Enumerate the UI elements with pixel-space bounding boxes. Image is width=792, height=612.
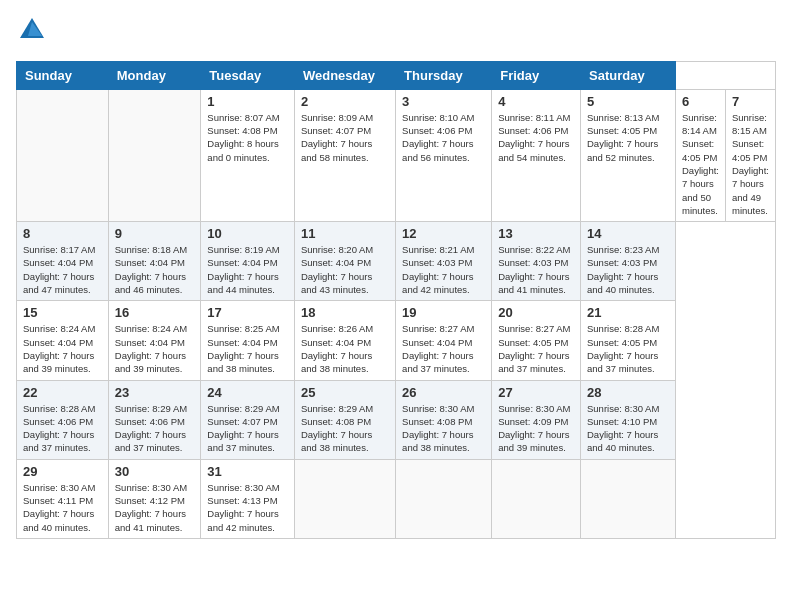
calendar-body: 1 Sunrise: 8:07 AM Sunset: 4:08 PM Dayli… [17,89,776,538]
calendar-cell: 6 Sunrise: 8:14 AM Sunset: 4:05 PM Dayli… [676,89,726,221]
day-info: Sunrise: 8:10 AM Sunset: 4:06 PM Dayligh… [402,111,485,164]
calendar-cell [17,89,109,221]
calendar-cell [396,459,492,538]
day-header-tuesday: Tuesday [201,61,295,89]
day-info: Sunrise: 8:30 AM Sunset: 4:13 PM Dayligh… [207,481,288,534]
day-info: Sunrise: 8:30 AM Sunset: 4:10 PM Dayligh… [587,402,669,455]
calendar-table: SundayMondayTuesdayWednesdayThursdayFrid… [16,61,776,539]
calendar-cell: 26 Sunrise: 8:30 AM Sunset: 4:08 PM Dayl… [396,380,492,459]
day-info: Sunrise: 8:30 AM Sunset: 4:11 PM Dayligh… [23,481,102,534]
day-info: Sunrise: 8:19 AM Sunset: 4:04 PM Dayligh… [207,243,288,296]
calendar-week-4: 22 Sunrise: 8:28 AM Sunset: 4:06 PM Dayl… [17,380,776,459]
calendar-cell: 20 Sunrise: 8:27 AM Sunset: 4:05 PM Dayl… [492,301,581,380]
day-number: 9 [115,226,195,241]
day-number: 4 [498,94,574,109]
calendar-cell: 2 Sunrise: 8:09 AM Sunset: 4:07 PM Dayli… [294,89,395,221]
day-info: Sunrise: 8:27 AM Sunset: 4:05 PM Dayligh… [498,322,574,375]
logo-icon [18,16,46,44]
day-number: 15 [23,305,102,320]
calendar-cell: 12 Sunrise: 8:21 AM Sunset: 4:03 PM Dayl… [396,222,492,301]
day-info: Sunrise: 8:28 AM Sunset: 4:05 PM Dayligh… [587,322,669,375]
day-number: 24 [207,385,288,400]
page-header [16,16,776,49]
day-info: Sunrise: 8:22 AM Sunset: 4:03 PM Dayligh… [498,243,574,296]
day-header-wednesday: Wednesday [294,61,395,89]
day-number: 28 [587,385,669,400]
calendar-week-1: 1 Sunrise: 8:07 AM Sunset: 4:08 PM Dayli… [17,89,776,221]
calendar-cell: 9 Sunrise: 8:18 AM Sunset: 4:04 PM Dayli… [108,222,201,301]
day-info: Sunrise: 8:24 AM Sunset: 4:04 PM Dayligh… [23,322,102,375]
day-info: Sunrise: 8:14 AM Sunset: 4:05 PM Dayligh… [682,111,719,217]
day-header-thursday: Thursday [396,61,492,89]
day-info: Sunrise: 8:09 AM Sunset: 4:07 PM Dayligh… [301,111,389,164]
day-info: Sunrise: 8:24 AM Sunset: 4:04 PM Dayligh… [115,322,195,375]
calendar-cell: 28 Sunrise: 8:30 AM Sunset: 4:10 PM Dayl… [580,380,675,459]
day-number: 31 [207,464,288,479]
calendar-cell: 23 Sunrise: 8:29 AM Sunset: 4:06 PM Dayl… [108,380,201,459]
day-number: 5 [587,94,669,109]
calendar-cell: 10 Sunrise: 8:19 AM Sunset: 4:04 PM Dayl… [201,222,295,301]
day-number: 26 [402,385,485,400]
day-info: Sunrise: 8:29 AM Sunset: 4:08 PM Dayligh… [301,402,389,455]
calendar-cell: 29 Sunrise: 8:30 AM Sunset: 4:11 PM Dayl… [17,459,109,538]
day-number: 12 [402,226,485,241]
calendar-cell [492,459,581,538]
header-row: SundayMondayTuesdayWednesdayThursdayFrid… [17,61,776,89]
day-number: 25 [301,385,389,400]
day-info: Sunrise: 8:27 AM Sunset: 4:04 PM Dayligh… [402,322,485,375]
day-number: 23 [115,385,195,400]
day-header-friday: Friday [492,61,581,89]
calendar-cell [108,89,201,221]
day-number: 20 [498,305,574,320]
calendar-cell: 14 Sunrise: 8:23 AM Sunset: 4:03 PM Dayl… [580,222,675,301]
calendar-header: SundayMondayTuesdayWednesdayThursdayFrid… [17,61,776,89]
day-header-monday: Monday [108,61,201,89]
calendar-cell: 4 Sunrise: 8:11 AM Sunset: 4:06 PM Dayli… [492,89,581,221]
calendar-cell: 21 Sunrise: 8:28 AM Sunset: 4:05 PM Dayl… [580,301,675,380]
calendar-cell: 8 Sunrise: 8:17 AM Sunset: 4:04 PM Dayli… [17,222,109,301]
calendar-cell: 19 Sunrise: 8:27 AM Sunset: 4:04 PM Dayl… [396,301,492,380]
day-info: Sunrise: 8:30 AM Sunset: 4:08 PM Dayligh… [402,402,485,455]
calendar-cell: 25 Sunrise: 8:29 AM Sunset: 4:08 PM Dayl… [294,380,395,459]
day-number: 7 [732,94,769,109]
day-header-sunday: Sunday [17,61,109,89]
calendar-cell: 1 Sunrise: 8:07 AM Sunset: 4:08 PM Dayli… [201,89,295,221]
day-number: 18 [301,305,389,320]
calendar-cell: 13 Sunrise: 8:22 AM Sunset: 4:03 PM Dayl… [492,222,581,301]
logo [16,16,46,49]
day-info: Sunrise: 8:23 AM Sunset: 4:03 PM Dayligh… [587,243,669,296]
day-number: 17 [207,305,288,320]
calendar-cell: 22 Sunrise: 8:28 AM Sunset: 4:06 PM Dayl… [17,380,109,459]
day-number: 29 [23,464,102,479]
day-info: Sunrise: 8:29 AM Sunset: 4:07 PM Dayligh… [207,402,288,455]
day-info: Sunrise: 8:07 AM Sunset: 4:08 PM Dayligh… [207,111,288,164]
logo-line1 [16,16,46,49]
calendar-cell: 7 Sunrise: 8:15 AM Sunset: 4:05 PM Dayli… [725,89,775,221]
calendar-cell: 27 Sunrise: 8:30 AM Sunset: 4:09 PM Dayl… [492,380,581,459]
day-info: Sunrise: 8:25 AM Sunset: 4:04 PM Dayligh… [207,322,288,375]
calendar-cell: 3 Sunrise: 8:10 AM Sunset: 4:06 PM Dayli… [396,89,492,221]
day-number: 27 [498,385,574,400]
calendar-cell [294,459,395,538]
day-info: Sunrise: 8:20 AM Sunset: 4:04 PM Dayligh… [301,243,389,296]
day-number: 11 [301,226,389,241]
day-info: Sunrise: 8:18 AM Sunset: 4:04 PM Dayligh… [115,243,195,296]
day-info: Sunrise: 8:13 AM Sunset: 4:05 PM Dayligh… [587,111,669,164]
calendar-cell: 16 Sunrise: 8:24 AM Sunset: 4:04 PM Dayl… [108,301,201,380]
day-number: 22 [23,385,102,400]
day-info: Sunrise: 8:21 AM Sunset: 4:03 PM Dayligh… [402,243,485,296]
calendar-cell: 17 Sunrise: 8:25 AM Sunset: 4:04 PM Dayl… [201,301,295,380]
calendar-week-2: 8 Sunrise: 8:17 AM Sunset: 4:04 PM Dayli… [17,222,776,301]
day-number: 2 [301,94,389,109]
day-number: 13 [498,226,574,241]
calendar-cell: 24 Sunrise: 8:29 AM Sunset: 4:07 PM Dayl… [201,380,295,459]
day-number: 19 [402,305,485,320]
day-info: Sunrise: 8:26 AM Sunset: 4:04 PM Dayligh… [301,322,389,375]
calendar-cell: 15 Sunrise: 8:24 AM Sunset: 4:04 PM Dayl… [17,301,109,380]
calendar-cell [580,459,675,538]
calendar-cell: 11 Sunrise: 8:20 AM Sunset: 4:04 PM Dayl… [294,222,395,301]
day-info: Sunrise: 8:15 AM Sunset: 4:05 PM Dayligh… [732,111,769,217]
day-number: 6 [682,94,719,109]
calendar-cell: 18 Sunrise: 8:26 AM Sunset: 4:04 PM Dayl… [294,301,395,380]
day-info: Sunrise: 8:11 AM Sunset: 4:06 PM Dayligh… [498,111,574,164]
